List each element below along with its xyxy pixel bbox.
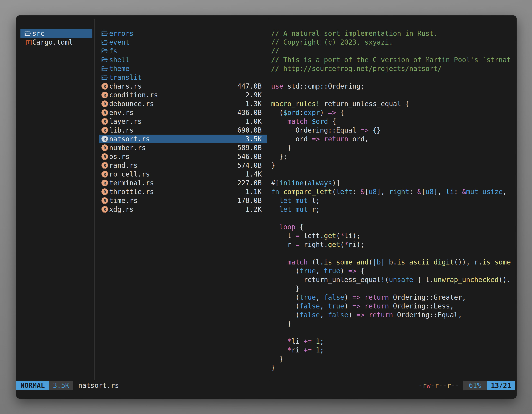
directory-row-event[interactable]: event <box>99 38 267 47</box>
entry-size: 690.0B <box>233 126 262 134</box>
rust-iconbox: R <box>101 82 109 91</box>
entry-size: 436.0B <box>233 109 262 116</box>
file-row-os.rs[interactable]: Ros.rs546.0B <box>99 152 267 161</box>
entry-name: layer.rs <box>109 117 142 125</box>
folder-icon <box>101 48 108 54</box>
directory-row-shell[interactable]: shell <box>99 55 267 64</box>
entry-name: lib.rs <box>109 126 133 134</box>
entry-size: 1.2K <box>241 205 262 213</box>
file-row-time.rs[interactable]: Rtime.rs178.0B <box>99 196 267 205</box>
rust-iconbox: R <box>101 135 109 143</box>
rust-iconbox: R <box>101 143 109 152</box>
entry-name: Cargo.toml <box>32 38 73 46</box>
entry-size: 1.0K <box>241 117 262 125</box>
status-bar: NORMAL 3.5K natsort.rs -rw-r--r-- 61% 13… <box>16 381 516 390</box>
entry-name: number.rs <box>109 144 146 152</box>
rust-iconbox: R <box>101 152 109 161</box>
file-row-natsort.rs[interactable]: Rnatsort.rs3.5K <box>99 135 267 143</box>
code-line: *ri += 1; <box>271 346 515 355</box>
entry-size: 3.5K <box>241 135 262 143</box>
entry-name: theme <box>109 65 129 73</box>
folder-icon <box>101 31 108 36</box>
file-row-env.rs[interactable]: Renv.rs436.0B <box>99 108 267 117</box>
entry-name: os.rs <box>109 153 129 161</box>
entry-size: 178.0B <box>233 197 262 204</box>
code-line: (false, false) => return Ordering::Equal… <box>271 310 515 319</box>
entry-size: 1.4K <box>241 170 262 178</box>
directory-row-fs[interactable]: fs <box>99 47 267 55</box>
rust-file-icon: R <box>101 180 108 186</box>
rust-file-icon: R <box>101 136 108 142</box>
folder-icon <box>101 57 108 63</box>
cursor-position-badge: 13/21 <box>487 381 515 390</box>
file-row-ro_cell.rs[interactable]: Rro_cell.rs1.4K <box>99 170 267 179</box>
rust-iconbox: R <box>101 91 109 99</box>
file-row-number.rs[interactable]: Rnumber.rs589.0B <box>99 143 267 152</box>
directory-row-src[interactable]: src <box>20 29 92 38</box>
code-line: loop { <box>271 222 515 231</box>
scroll-percent-badge: 61% <box>463 381 487 390</box>
file-row-debounce.rs[interactable]: Rdebounce.rs1.3K <box>99 99 267 108</box>
entry-size: 227.0B <box>233 179 262 187</box>
folder-iconbox <box>101 47 109 55</box>
code-line <box>271 91 515 99</box>
file-row-condition.rs[interactable]: Rcondition.rs2.9K <box>99 91 267 99</box>
folder-icon <box>101 39 108 45</box>
code-line: }; <box>271 152 515 161</box>
code-line <box>271 170 515 179</box>
file-row-xdg.rs[interactable]: Rxdg.rs1.2K <box>99 205 267 214</box>
entry-name: xdg.rs <box>109 205 133 213</box>
toml-file-icon: [T] <box>25 39 31 46</box>
folder-iconbox <box>25 29 32 38</box>
code-line: macro_rules! return_unless_equal { <box>271 99 515 108</box>
entry-name: event <box>109 38 129 46</box>
file-row-throttle.rs[interactable]: Rthrottle.rs1.1K <box>99 187 267 196</box>
rust-iconbox: R <box>101 117 109 126</box>
entry-name: throttle.rs <box>109 188 154 196</box>
code-line: // <box>271 47 515 55</box>
code-line <box>271 214 515 222</box>
folder-icon <box>101 66 108 71</box>
entry-size: 546.0B <box>233 153 262 161</box>
code-line: } <box>271 143 515 152</box>
current-directory-pane: errorseventfsshellthemetranslitRchars.rs… <box>99 29 267 214</box>
code-line: l = left.get(*li); <box>271 231 515 240</box>
folder-iconbox <box>101 73 109 82</box>
code-line: let mut r; <box>271 205 515 214</box>
file-row-Cargo.toml[interactable]: [T]Cargo.toml <box>20 38 92 47</box>
rust-iconbox: R <box>101 99 109 108</box>
code-line: // This is a port of the C version of Ma… <box>271 55 515 64</box>
entry-name: natsort.rs <box>109 135 150 143</box>
toml-iconbox: [T] <box>25 38 32 47</box>
pane-divider-left <box>95 19 95 380</box>
rust-iconbox: R <box>101 108 109 117</box>
file-size-badge: 3.5K <box>49 381 73 390</box>
rust-iconbox: R <box>101 126 109 135</box>
folder-iconbox <box>101 64 109 73</box>
file-row-terminal.rs[interactable]: Rterminal.rs227.0B <box>99 179 267 187</box>
file-row-layer.rs[interactable]: Rlayer.rs1.0K <box>99 117 267 126</box>
code-line: // Copyright (c) 2023, sxyazi. <box>271 38 515 47</box>
entry-name: env.rs <box>109 109 133 116</box>
rust-file-icon: R <box>101 144 108 151</box>
folder-iconbox <box>101 38 109 47</box>
code-line: ($ord:expr) => { <box>271 108 515 117</box>
code-line: } <box>271 319 515 328</box>
directory-row-theme[interactable]: theme <box>99 64 267 73</box>
file-row-rand.rs[interactable]: Rrand.rs574.0B <box>99 161 267 170</box>
rust-file-icon: R <box>101 83 108 90</box>
code-line: match (l.is_some_and(|b| b.is_ascii_digi… <box>271 258 515 267</box>
code-line: #[inline(always)] <box>271 179 515 187</box>
directory-row-translit[interactable]: translit <box>99 73 267 82</box>
folder-icon <box>25 31 31 36</box>
file-row-lib.rs[interactable]: Rlib.rs690.0B <box>99 126 267 135</box>
code-line: // http://sourcefrog.net/projects/natsor… <box>271 64 515 73</box>
rust-iconbox: R <box>101 179 109 187</box>
rust-iconbox: R <box>101 170 109 179</box>
rust-iconbox: R <box>101 205 109 214</box>
entry-size: 447.0B <box>233 82 262 90</box>
entry-name: chars.rs <box>109 82 142 90</box>
file-row-chars.rs[interactable]: Rchars.rs447.0B <box>99 82 267 91</box>
code-line: r = right.get(*ri); <box>271 240 515 249</box>
directory-row-errors[interactable]: errors <box>99 29 267 38</box>
